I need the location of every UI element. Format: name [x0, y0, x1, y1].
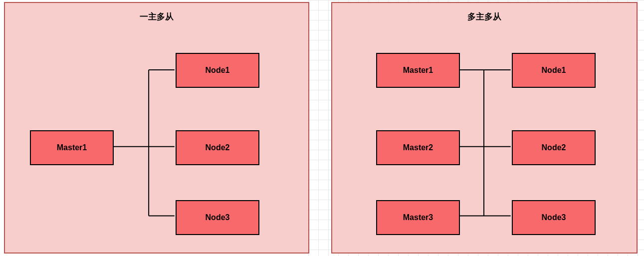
panel-title-left: 一主多从 [5, 11, 308, 22]
master-box: Master2 [376, 130, 460, 165]
connectors-left [5, 3, 308, 253]
node-box: Node2 [176, 130, 259, 165]
node-label: Node3 [206, 213, 230, 222]
master-box: Master1 [376, 53, 460, 88]
master-label: Master2 [403, 143, 433, 152]
master-label: Master1 [57, 143, 87, 152]
node-label: Node2 [206, 143, 230, 152]
master-box: Master3 [376, 200, 460, 235]
node-box: Node1 [512, 53, 596, 88]
master-box: Master1 [30, 130, 114, 165]
node-box: Node1 [176, 53, 259, 88]
node-box: Node3 [176, 200, 259, 235]
master-label: Master1 [403, 66, 433, 75]
master-label: Master3 [403, 213, 433, 222]
node-box: Node3 [512, 200, 596, 235]
node-label: Node1 [542, 66, 566, 75]
panel-multi-master: 多主多从 Master1 Master2 Master3 Node1 Node2… [331, 2, 638, 254]
node-label: Node2 [542, 143, 566, 152]
panel-single-master: 一主多从 Master1 Node1 Node2 Node3 [4, 2, 309, 254]
node-box: Node2 [512, 130, 596, 165]
panel-title-right: 多主多从 [332, 11, 637, 22]
node-label: Node3 [542, 213, 566, 222]
node-label: Node1 [206, 66, 230, 75]
